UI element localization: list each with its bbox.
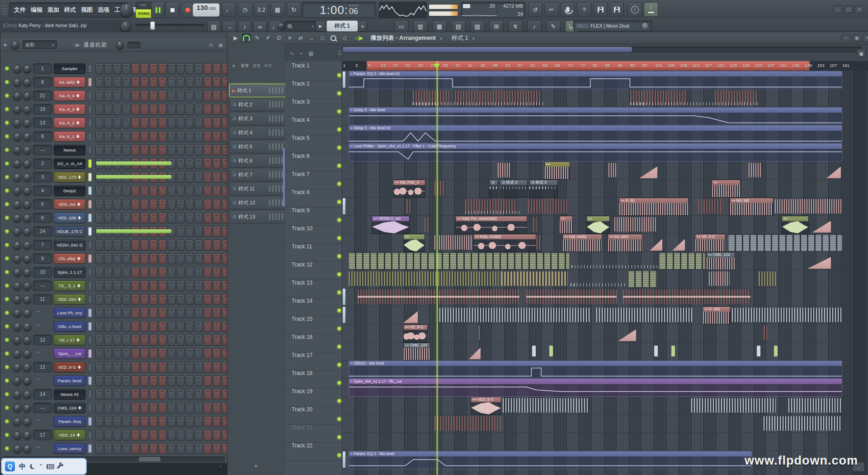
step-cell[interactable] [177, 362, 184, 373]
audio-clip[interactable]: ⊶ Katy Per..rumentals) [455, 216, 527, 234]
volume-knob[interactable] [23, 241, 31, 249]
channel-led[interactable] [5, 94, 9, 98]
audition-tool[interactable]: ◁ [340, 33, 349, 43]
play-arrow-icon[interactable]: ▶ [4, 43, 7, 47]
volume-knob[interactable] [23, 363, 31, 371]
step-cell[interactable] [168, 308, 175, 318]
step-cell[interactable] [168, 240, 175, 251]
step-cell[interactable] [123, 63, 130, 74]
step-cell[interactable] [168, 375, 175, 386]
step-cell[interactable] [132, 430, 139, 441]
step-cell[interactable] [141, 90, 148, 101]
browser-button[interactable]: ▧ [470, 20, 485, 32]
volume-knob[interactable] [23, 268, 31, 276]
channel-led[interactable] [5, 365, 9, 369]
volume-knob[interactable] [23, 92, 31, 100]
step-cell[interactable] [95, 308, 103, 318]
step-cell[interactable] [95, 90, 103, 101]
pan-knob[interactable] [13, 445, 21, 453]
channel-led[interactable] [5, 256, 9, 261]
step-cell[interactable] [177, 335, 184, 346]
step-cell[interactable] [159, 389, 166, 400]
step-cell[interactable] [95, 267, 103, 278]
step-cell[interactable] [132, 375, 139, 386]
track-header[interactable]: Track 16 ... [285, 332, 348, 352]
step-cell[interactable] [177, 199, 184, 210]
channel-mute-strip[interactable] [88, 105, 92, 114]
track-lane[interactable] [342, 432, 868, 451]
track-header[interactable]: Track 2 ... [285, 79, 348, 99]
step-cell[interactable] [95, 145, 103, 156]
draw-tool[interactable]: ✎ [253, 33, 262, 43]
channel-number[interactable]: 7 [33, 240, 52, 250]
audio-bars-clip[interactable] [528, 199, 567, 214]
step-cell[interactable] [150, 185, 157, 196]
track-mute-led[interactable] [337, 453, 342, 458]
track-header[interactable]: Track 10 ... [285, 224, 348, 244]
volume-knob[interactable] [23, 187, 31, 195]
pattern-blocks-clip[interactable] [349, 253, 570, 269]
tuner-button[interactable]: ♪ [527, 20, 542, 32]
pan-knob[interactable] [13, 241, 21, 249]
step-cell[interactable] [141, 213, 148, 223]
track-header[interactable]: Track 12 ... [285, 260, 348, 280]
step-cell[interactable] [104, 267, 112, 278]
audio-bars-clip[interactable] [536, 235, 541, 250]
loop-record-button[interactable]: ↻ [287, 2, 301, 17]
step-cell[interactable] [150, 267, 157, 278]
channel-led[interactable] [5, 392, 9, 396]
track-lane[interactable]: ⊶ VEDM U..ars⊶ Katy Per..rumentals)⊶ ⊶ ⊶ [342, 215, 868, 234]
channel-mute-strip[interactable] [88, 363, 92, 371]
audio-clip[interactable]: ⊶ [544, 162, 570, 180]
channel-button[interactable]: Deep2 [54, 185, 85, 196]
step-cell[interactable] [177, 430, 184, 441]
volume-knob[interactable] [23, 146, 31, 154]
channel-mute-strip[interactable] [88, 64, 92, 73]
step-cell[interactable] [213, 172, 221, 183]
step-cell[interactable] [132, 321, 139, 332]
step-cell[interactable] [123, 335, 130, 346]
step-cell[interactable] [195, 335, 203, 346]
wrench-icon[interactable] [57, 464, 61, 469]
pan-knob[interactable] [13, 295, 21, 304]
step-cell[interactable] [177, 280, 184, 291]
step-cell[interactable] [186, 145, 193, 156]
step-cell[interactable] [186, 321, 193, 332]
audio-clip[interactable]: ⊶ Ka..tals) [608, 234, 643, 252]
audio-bars-clip[interactable] [434, 416, 501, 431]
pan-knob[interactable] [13, 350, 21, 358]
step-cell[interactable] [186, 213, 193, 223]
channel-mute-strip[interactable] [88, 241, 92, 249]
step-cell[interactable] [113, 267, 121, 278]
channel-number[interactable]: 12 [33, 335, 52, 345]
step-cell[interactable] [186, 403, 193, 413]
channel-button[interactable]: Spire..1.1.17 [54, 267, 85, 277]
track-lane[interactable]: ⊶ K..als) [342, 306, 868, 324]
step-cell[interactable] [195, 185, 203, 196]
step-cell[interactable] [104, 104, 112, 115]
step-cell[interactable] [141, 253, 148, 264]
pan-knob[interactable] [13, 133, 21, 141]
track-lane[interactable]: ⊶ ⊶ Katy..entals)⊶ Kat..ntals)⊶ Ka..tals… [342, 233, 868, 252]
audio-clip[interactable]: ⊶ VED..9 G [471, 397, 501, 415]
pattern-play-button[interactable]: ▶ [316, 21, 326, 32]
step-cell[interactable] [213, 118, 221, 128]
magnet-tool[interactable] [242, 33, 251, 43]
step-cell[interactable] [204, 145, 212, 156]
step-cell[interactable] [177, 226, 184, 237]
step-cell[interactable] [132, 63, 139, 74]
channel-led[interactable] [5, 406, 9, 410]
pan-knob[interactable] [13, 78, 21, 86]
step-cell[interactable] [113, 348, 121, 359]
step-cell[interactable] [113, 213, 121, 223]
step-cell[interactable] [195, 443, 203, 454]
step-cell[interactable] [168, 213, 175, 223]
picker-bottom-add[interactable]: + [251, 462, 260, 470]
wait-button[interactable]: ◷ [238, 2, 252, 17]
step-cell[interactable] [159, 362, 166, 373]
pan-knob[interactable] [13, 309, 21, 317]
channel-led[interactable] [5, 107, 9, 111]
pan-knob[interactable] [13, 418, 21, 426]
volume-knob[interactable] [23, 200, 31, 209]
step-cell[interactable] [177, 389, 184, 400]
